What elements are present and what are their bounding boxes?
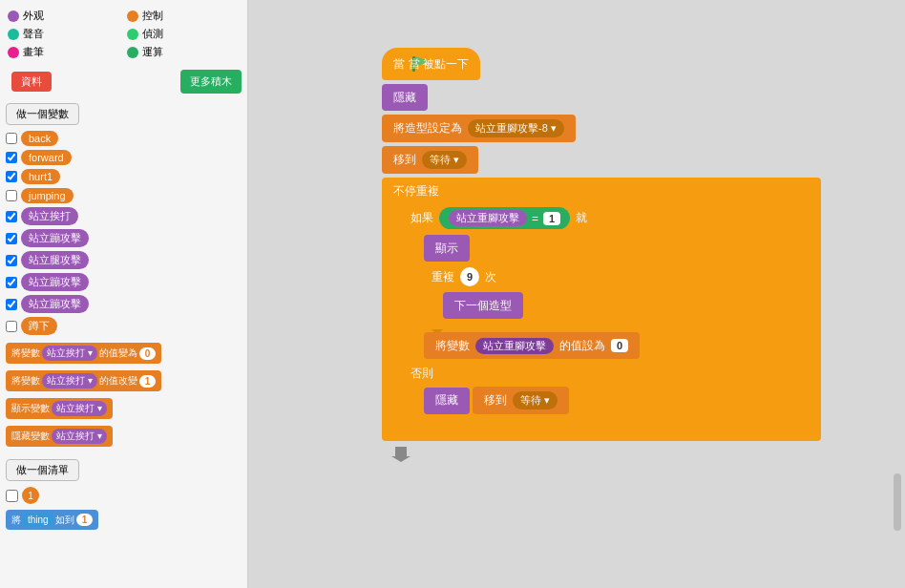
next-costume-block[interactable]: 下一個造型 [443, 292, 523, 319]
set-var-text: 將變數 [435, 338, 470, 354]
var-item-stand-jump-atk2: 站立蹦攻擊 [0, 271, 247, 293]
if-label: 如果 [410, 210, 433, 226]
forever-end [389, 428, 813, 437]
var-chip-stand-hit[interactable]: 站立挨打 [21, 207, 78, 225]
else-body: 隱藏 移到 等待 ▾ [424, 385, 813, 418]
cat-item-control[interactable]: 控制 [125, 8, 242, 24]
list-item-check[interactable] [6, 490, 18, 502]
repeat-label: 重複 [431, 269, 454, 285]
hat-text-when: 當 [393, 56, 405, 73]
else-label: 否則 [405, 363, 813, 385]
var-check-stand-kick[interactable] [6, 255, 17, 266]
scroll-stub[interactable] [894, 473, 901, 531]
repeat-block[interactable]: 重複 9 次 下一個造型 [424, 263, 813, 330]
op-hide-var[interactable]: 隱藏變數 站立挨打 ▾ [6, 424, 242, 449]
moveto2-dropdown[interactable]: 等待 ▾ [513, 391, 558, 410]
op-show-var[interactable]: 顯示變數 站立挨打 ▾ [6, 396, 242, 421]
var-chip-stand-jump-atk3[interactable]: 站立蹦攻擊 [21, 295, 89, 313]
var-check-hurt1[interactable] [6, 171, 17, 182]
repeat-header: 重複 9 次 [424, 263, 813, 290]
var-item-jumping: jumping [0, 186, 247, 205]
hide2-block[interactable]: 隱藏 [424, 388, 470, 414]
make-variable-button[interactable]: 做一個變數 [6, 103, 79, 125]
if-end [405, 418, 813, 428]
var-chip-jumping[interactable]: jumping [21, 188, 74, 203]
thing-block: 將 thing 如到 1 [0, 506, 247, 534]
moveto-block[interactable]: 移到 等待 ▾ [382, 146, 478, 174]
op-set-value[interactable]: 將變數 站立挨打 ▾ 的值變為 0 [6, 341, 242, 366]
costume-dropdown[interactable]: 站立重腳攻擊-8 ▾ [468, 119, 564, 137]
moveto2-block[interactable]: 移到 等待 ▾ [473, 387, 569, 414]
forever-block[interactable]: 不停重複 如果 站立重腳攻擊 = 1 就 顯示 [382, 178, 821, 441]
op-text-4: 的值改變 [99, 374, 137, 388]
var-item-stand-jump-atk3: 站立蹦攻擊 [0, 293, 247, 315]
repeat-body: 下一個造型 [443, 290, 813, 323]
data-button[interactable]: 資料 [11, 72, 52, 92]
cat-item-appearance[interactable]: 外观 [6, 8, 123, 24]
list-num-chip: 1 [22, 487, 39, 504]
cat-item-math[interactable]: 運算 [125, 44, 242, 60]
var-check-stand-jump-atk[interactable] [6, 233, 17, 244]
cat-dot-purple [8, 10, 19, 22]
if-cond-num: 1 [543, 212, 560, 225]
var-check-stand-jump-atk3[interactable] [6, 299, 17, 310]
var-chip-hurt1[interactable]: hurt1 [21, 169, 60, 184]
set-var-name-chip: 站立重腳攻擊 [475, 338, 554, 354]
op-text-show: 顯示變數 [11, 402, 50, 415]
hide1-text: 隱藏 [393, 90, 416, 106]
var-check-stand-jump-atk2[interactable] [6, 277, 17, 288]
if-body: 顯示 重複 9 次 下一個造型 [424, 233, 813, 363]
hide1-block[interactable]: 隱藏 [382, 84, 428, 111]
costume-block[interactable]: 將造型設定為 站立重腳攻擊-8 ▾ [382, 115, 576, 142]
make-list-button[interactable]: 做一個清單 [6, 459, 79, 481]
if-block[interactable]: 如果 站立重腳攻擊 = 1 就 顯示 [405, 203, 813, 428]
var-item-stand-hit: 站立挨打 [0, 205, 247, 227]
repeat-unit: 次 [485, 269, 496, 285]
hide1-row: 隱藏 [382, 84, 821, 113]
op-val-1: 1 [139, 375, 157, 388]
canvas-area: 當 當 被點一下 隱藏 將造型設定為 站立重腳攻擊-8 [248, 0, 905, 588]
cat-dot-teal [8, 29, 19, 40]
thing-chip: thing [23, 513, 53, 527]
cat-dot-cyan [127, 29, 138, 40]
thing-val: 1 [76, 514, 94, 526]
var-chip-squat[interactable]: 蹲下 [21, 317, 57, 335]
var-check-stand-hit[interactable] [6, 211, 17, 222]
cat-label-math: 運算 [142, 45, 163, 59]
var-chip-stand-jump-atk2[interactable]: 站立蹦攻擊 [21, 273, 89, 291]
cat-item-pen[interactable]: 畫筆 [6, 44, 123, 60]
cat-item-sound[interactable]: 聲音 [6, 26, 123, 42]
set-var-block[interactable]: 將變數 站立重腳攻擊 的值設為 0 [424, 332, 640, 359]
if-cond-var: 站立重腳攻擊 [449, 210, 527, 226]
op-text-3: 將變數 [11, 374, 40, 388]
more-blocks-button[interactable]: 更多積木 [180, 70, 242, 94]
cat-dot-pink [8, 47, 19, 58]
var-check-jumping[interactable] [6, 190, 17, 201]
var-check-squat[interactable] [6, 321, 17, 332]
op-change-value[interactable]: 將變數 站立挨打 ▾ 的值改變 1 [6, 368, 242, 393]
show-block[interactable]: 顯示 [424, 235, 470, 262]
moveto-text: 移到 [393, 152, 416, 168]
var-check-forward[interactable] [6, 152, 17, 163]
repeat-footer [424, 323, 813, 330]
hat-block[interactable]: 當 當 被點一下 [382, 48, 480, 80]
var-chip-stand-kick[interactable]: 站立腿攻擊 [21, 251, 89, 269]
var-chip-stand-jump-atk[interactable]: 站立蹦攻擊 [21, 229, 89, 247]
var-chip-back[interactable]: back [21, 131, 58, 146]
moveto-row: 移到 等待 ▾ [382, 146, 821, 176]
var-item-back: back [0, 129, 247, 148]
set-var-action: 的值設為 [559, 338, 605, 354]
costume-val: 站立重腳攻擊-8 [475, 121, 548, 136]
moveto-val: 等待 [430, 153, 451, 167]
var-check-back[interactable] [6, 133, 17, 144]
op-chip-standhit-3: 站立挨打 ▾ [52, 401, 107, 416]
moveto-dropdown[interactable]: 等待 ▾ [422, 151, 467, 169]
thing-prefix: 將 [11, 514, 21, 527]
category-panel: 外观 控制 聲音 偵測 畫筆 運算 [0, 4, 247, 64]
var-item-forward: forward [0, 148, 247, 167]
next-costume-text: 下一個造型 [454, 298, 512, 314]
cat-item-detect[interactable]: 偵測 [125, 26, 242, 42]
if-then-label: 就 [576, 210, 587, 226]
op-text-hide: 隱藏變數 [11, 430, 50, 443]
var-chip-forward[interactable]: forward [21, 150, 72, 165]
